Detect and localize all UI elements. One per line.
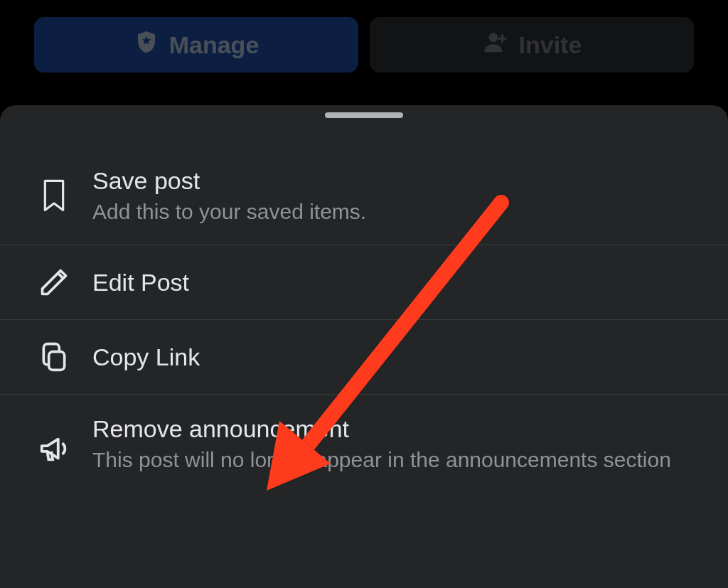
bookmark-icon	[37, 178, 71, 213]
menu-item-subtitle: Add this to your saved items.	[92, 198, 366, 225]
menu-item-title: Save post	[92, 166, 366, 196]
copy-icon	[37, 340, 71, 374]
manage-button[interactable]: Manage	[34, 17, 358, 73]
menu-item-title: Copy Link	[92, 343, 200, 372]
invite-button[interactable]: Invite	[370, 17, 694, 73]
menu-item-title: Remove announcement	[92, 415, 671, 444]
menu-item-remove-announcement[interactable]: Remove announcement This post will no lo…	[0, 395, 728, 493]
invite-button-label: Invite	[519, 31, 582, 59]
person-plus-icon	[482, 28, 509, 61]
sheet-grabber[interactable]	[325, 112, 403, 118]
top-action-bar: Manage Invite	[0, 0, 728, 81]
menu-item-copy-link[interactable]: Copy Link	[0, 320, 728, 395]
menu-item-save-post[interactable]: Save post Add this to your saved items.	[0, 146, 728, 245]
shield-star-icon	[134, 29, 159, 60]
svg-point-0	[488, 33, 498, 42]
manage-button-label: Manage	[169, 31, 259, 59]
megaphone-icon	[37, 432, 71, 466]
menu-item-edit-post[interactable]: Edit Post	[0, 245, 728, 320]
menu-item-title: Edit Post	[92, 268, 189, 297]
action-sheet: Save post Add this to your saved items. …	[0, 105, 728, 588]
menu-item-subtitle: This post will no longer appear in the a…	[92, 447, 671, 474]
svg-rect-4	[49, 352, 65, 370]
pencil-icon	[37, 265, 71, 299]
svg-rect-2	[498, 38, 507, 40]
